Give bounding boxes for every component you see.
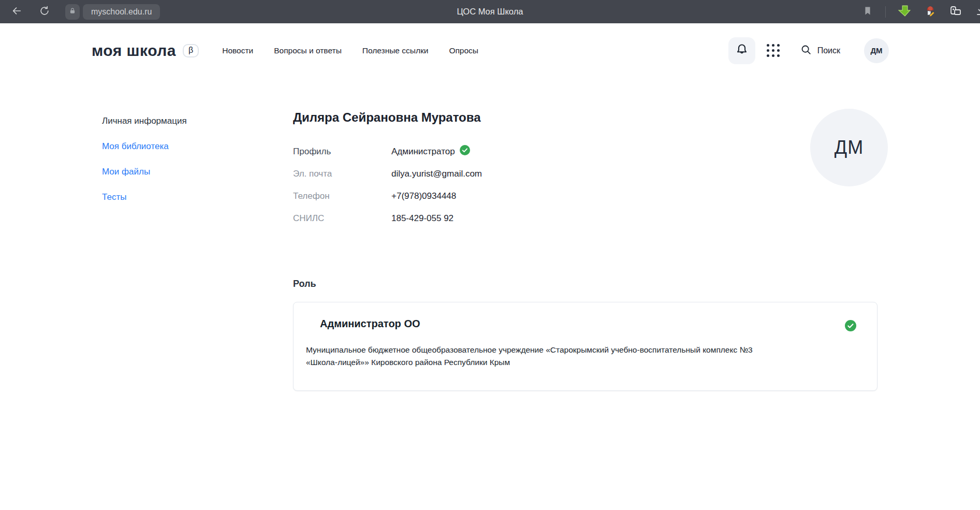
- role-heading: Роль: [293, 279, 877, 289]
- reload-icon: [39, 5, 50, 19]
- nav-item-links[interactable]: Полезные ссылки: [362, 46, 429, 55]
- nav-item-surveys[interactable]: Опросы: [449, 46, 478, 55]
- search-label: Поиск: [817, 46, 840, 55]
- toolbar-separator: [885, 6, 886, 18]
- field-value: 185-429-055 92: [391, 213, 454, 224]
- back-icon: [11, 5, 22, 19]
- sidebar-item-tests[interactable]: Тесты: [102, 192, 187, 202]
- field-label: Эл. почта: [293, 169, 391, 179]
- notifications-button[interactable]: [728, 37, 755, 64]
- back-button[interactable]: [7, 3, 26, 21]
- site-header: моя школа β Новости Вопросы и ответы Пол…: [0, 23, 980, 78]
- info-row-email: Эл. почта dilya.yurist@gmail.com: [293, 163, 877, 185]
- user-avatar-button[interactable]: ДМ: [864, 38, 889, 63]
- field-label: Профиль: [293, 147, 391, 157]
- field-value: dilya.yurist@gmail.com: [391, 169, 482, 179]
- download-helper-extension-icon[interactable]: [898, 4, 912, 20]
- info-row-snils: СНИЛС 185-429-055 92: [293, 207, 877, 229]
- profile-page: Личная информация Моя библиотека Мои фай…: [0, 78, 980, 510]
- bell-icon: [735, 43, 749, 59]
- role-card: Администратор ОО Муниципальное бюджетное…: [293, 302, 877, 391]
- browser-chrome: myschool.edu.ru ЦОС Моя Школа: [0, 0, 980, 23]
- field-value: Администратор: [391, 147, 455, 157]
- password-manager-extension-icon[interactable]: [949, 4, 962, 20]
- profile-name: Диляра Сейрановна Муратова: [293, 110, 877, 125]
- nav-item-news[interactable]: Новости: [222, 46, 253, 55]
- nav-item-faq[interactable]: Вопросы и ответы: [274, 46, 342, 55]
- apps-grid-icon[interactable]: [767, 44, 780, 57]
- site-logo[interactable]: моя школа: [92, 42, 176, 60]
- profile-main: Диляра Сейрановна Муратова Профиль Админ…: [293, 78, 877, 391]
- role-title: Администратор ОО: [320, 318, 852, 330]
- editor-extension-icon[interactable]: [924, 5, 937, 19]
- field-label: СНИЛС: [293, 213, 391, 224]
- verified-icon: [460, 145, 470, 158]
- address-bar[interactable]: myschool.edu.ru: [83, 4, 160, 20]
- avatar-initials: ДМ: [835, 137, 864, 158]
- url-text: myschool.edu.ru: [91, 7, 152, 17]
- sidebar: Личная информация Моя библиотека Мои фай…: [102, 116, 187, 202]
- profile-info: Профиль Администратор Эл. почта dilya.yu…: [293, 140, 877, 229]
- sidebar-item-my-library[interactable]: Моя библиотека: [102, 141, 187, 152]
- profile-avatar: ДМ: [810, 109, 888, 186]
- lock-icon: [69, 7, 76, 17]
- role-description: Муниципальное бюджетное общеобразователь…: [306, 344, 773, 369]
- bookmark-icon[interactable]: [862, 6, 873, 18]
- field-label: Телефон: [293, 191, 391, 201]
- sidebar-item-my-files[interactable]: Мои файлы: [102, 167, 187, 177]
- field-value: +7(978)0934448: [391, 191, 456, 201]
- site-security-button[interactable]: [65, 4, 80, 20]
- search-icon: [800, 44, 812, 57]
- avatar-initials: ДМ: [870, 46, 882, 55]
- downloads-button[interactable]: [975, 5, 980, 19]
- sidebar-item-personal-info[interactable]: Личная информация: [102, 116, 187, 126]
- search-button[interactable]: Поиск: [800, 44, 840, 57]
- verified-icon: [845, 320, 856, 333]
- info-row-profile: Профиль Администратор: [293, 140, 877, 163]
- reload-button[interactable]: [35, 3, 54, 21]
- beta-badge: β: [183, 44, 199, 57]
- main-nav: Новости Вопросы и ответы Полезные ссылки…: [222, 46, 478, 55]
- info-row-phone: Телефон +7(978)0934448: [293, 185, 877, 207]
